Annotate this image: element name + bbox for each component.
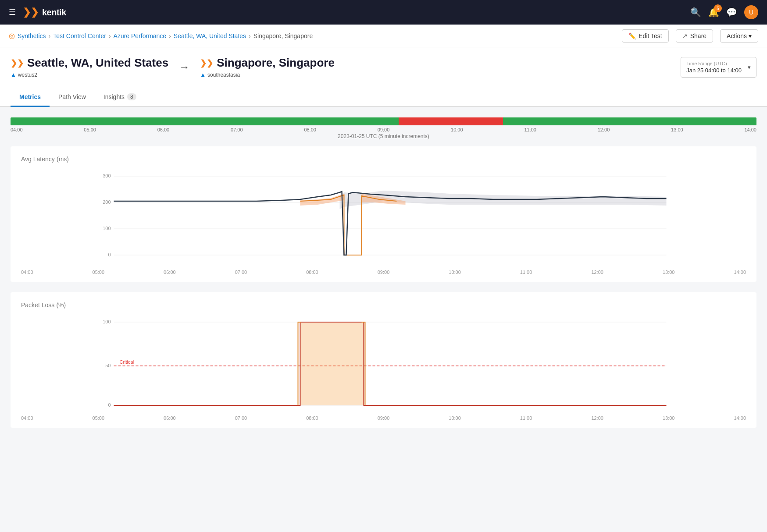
packet-loss-x-labels: 04:00 05:00 06:00 07:00 08:00 09:00 10:0… <box>21 415 746 421</box>
timeline-green-right <box>503 117 756 125</box>
route-info: ❯❯ Seattle, WA, United States ▲ westus2 … <box>11 56 335 78</box>
azure-source-icon: ▲ <box>11 71 16 78</box>
packet-loss-fill <box>300 322 364 405</box>
tab-insights[interactable]: Insights 8 <box>95 87 145 107</box>
timeline-container: 04:00 05:00 06:00 07:00 08:00 09:00 10:0… <box>11 117 756 139</box>
tabs-bar: Metrics Path View Insights 8 <box>0 87 767 107</box>
time-range-chevron-icon: ▾ <box>748 64 751 71</box>
synthetics-icon: ◎ <box>9 32 15 40</box>
source-region: ▲ westus2 <box>11 71 168 78</box>
destination-name: Singapore, Singapore <box>217 56 335 70</box>
search-icon[interactable]: 🔍 <box>690 7 701 18</box>
source-name: Seattle, WA, United States <box>27 56 168 70</box>
main-content: 04:00 05:00 06:00 07:00 08:00 09:00 10:0… <box>0 107 767 532</box>
svg-text:100: 100 <box>103 319 111 324</box>
svg-text:0: 0 <box>108 402 111 408</box>
avg-latency-svg: 300 200 100 0 <box>21 170 746 266</box>
timeline-subtitle: 2023-01-25 UTC (5 minute increments) <box>11 133 756 139</box>
packet-loss-svg: 100 50 0 Critical <box>21 316 746 412</box>
logo[interactable]: ❯❯ kentik <box>23 7 66 18</box>
avg-latency-title: Avg Latency (ms) <box>21 155 746 163</box>
breadcrumbs: ◎ Synthetics › Test Control Center › Azu… <box>9 32 313 40</box>
hamburger-menu[interactable]: ☰ <box>9 7 16 17</box>
svg-text:0: 0 <box>108 252 111 257</box>
actions-button[interactable]: Actions ▾ <box>720 29 758 43</box>
time-range-selector[interactable]: Time Range (UTC) Jan 25 04:00 to 14:00 ▾ <box>681 57 756 78</box>
source-location: ❯❯ Seattle, WA, United States ▲ westus2 <box>11 56 168 78</box>
breadcrumb-bar: ◎ Synthetics › Test Control Center › Azu… <box>0 25 767 47</box>
page-header: ❯❯ Seattle, WA, United States ▲ westus2 … <box>0 47 767 87</box>
breadcrumb-actions: ✏️ Edit Test ↗ Share Actions ▾ <box>622 29 758 43</box>
svg-text:300: 300 <box>103 173 111 178</box>
avg-latency-chart: 300 200 100 0 04:00 <box>21 170 746 275</box>
timeline-red <box>399 117 503 125</box>
chevron-down-icon: ▾ <box>749 32 752 39</box>
destination-region: ▲ southeastasia <box>200 71 335 78</box>
timeline-bar <box>11 117 756 125</box>
critical-text: Critical <box>120 359 135 365</box>
time-range-value: Jan 25 04:00 to 14:00 <box>686 67 742 74</box>
breadcrumb-synthetics[interactable]: Synthetics <box>18 32 46 39</box>
svg-text:50: 50 <box>105 363 111 368</box>
packet-loss-title: Packet Loss (%) <box>21 301 746 309</box>
kentik-dest-icon: ❯❯ <box>200 58 213 68</box>
edit-icon: ✏️ <box>628 32 636 39</box>
route-arrow-icon: → <box>179 61 189 73</box>
logo-icon: ❯❯ <box>23 7 39 18</box>
kentik-source-icon: ❯❯ <box>11 58 24 68</box>
tab-metrics[interactable]: Metrics <box>11 87 50 107</box>
azure-dest-icon: ▲ <box>200 71 206 78</box>
destination-location: ❯❯ Singapore, Singapore ▲ southeastasia <box>200 56 335 78</box>
notifications-bell[interactable]: 🔔 5 <box>708 7 719 18</box>
user-avatar[interactable]: U <box>744 5 758 19</box>
notification-badge: 5 <box>714 4 722 12</box>
breadcrumb-singapore: Singapore, Singapore <box>253 32 313 39</box>
tab-path-view[interactable]: Path View <box>50 87 95 107</box>
logo-text: kentik <box>42 7 66 18</box>
breadcrumb-seattle[interactable]: Seattle, WA, United States <box>174 32 246 39</box>
svg-text:200: 200 <box>103 199 111 205</box>
timeline-green-left <box>11 117 399 125</box>
packet-loss-chart: 100 50 0 Critical <box>21 316 746 421</box>
time-range-label: Time Range (UTC) <box>686 61 742 66</box>
edit-test-button[interactable]: ✏️ Edit Test <box>622 29 668 43</box>
svg-text:100: 100 <box>103 226 111 231</box>
packet-loss-section: Packet Loss (%) 100 50 0 Critical <box>11 292 756 428</box>
insights-badge: 8 <box>127 93 136 100</box>
share-icon: ↗ <box>682 32 688 39</box>
timeline-labels: 04:00 05:00 06:00 07:00 08:00 09:00 10:0… <box>11 127 756 132</box>
chat-icon[interactable]: 💬 <box>726 7 737 18</box>
breadcrumb-test-control-center[interactable]: Test Control Center <box>53 32 106 39</box>
avg-latency-x-labels: 04:00 05:00 06:00 07:00 08:00 09:00 10:0… <box>21 270 746 275</box>
avg-latency-section: Avg Latency (ms) 300 200 100 0 <box>11 146 756 282</box>
packet-loss-line-red <box>114 322 667 405</box>
share-button[interactable]: ↗ Share <box>676 29 713 43</box>
top-navigation: ☰ ❯❯ kentik 🔍 🔔 5 💬 U <box>0 0 767 25</box>
breadcrumb-azure-performance[interactable]: Azure Performance <box>114 32 167 39</box>
